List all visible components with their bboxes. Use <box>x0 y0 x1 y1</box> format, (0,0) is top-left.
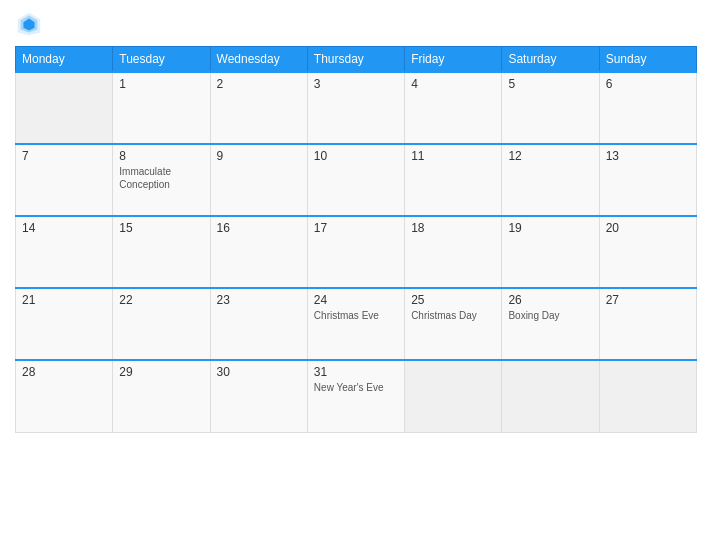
day-number: 3 <box>314 77 398 91</box>
weekday-header-row: MondayTuesdayWednesdayThursdayFridaySatu… <box>16 47 697 73</box>
calendar-cell: 3 <box>307 72 404 144</box>
calendar-cell <box>599 360 696 432</box>
calendar-cell: 25Christmas Day <box>405 288 502 360</box>
day-number: 20 <box>606 221 690 235</box>
weekday-header-saturday: Saturday <box>502 47 599 73</box>
calendar-cell: 22 <box>113 288 210 360</box>
calendar-cell: 24Christmas Eve <box>307 288 404 360</box>
weekday-header-friday: Friday <box>405 47 502 73</box>
day-number: 29 <box>119 365 203 379</box>
day-number: 16 <box>217 221 301 235</box>
calendar-cell: 9 <box>210 144 307 216</box>
week-row-3: 21222324Christmas Eve25Christmas Day26Bo… <box>16 288 697 360</box>
week-row-4: 28293031New Year's Eve <box>16 360 697 432</box>
header <box>15 10 697 38</box>
holiday-label: Christmas Eve <box>314 309 398 322</box>
day-number: 23 <box>217 293 301 307</box>
calendar-cell: 8Immaculate Conception <box>113 144 210 216</box>
day-number: 24 <box>314 293 398 307</box>
calendar-header: MondayTuesdayWednesdayThursdayFridaySatu… <box>16 47 697 73</box>
day-number: 11 <box>411 149 495 163</box>
day-number: 6 <box>606 77 690 91</box>
day-number: 17 <box>314 221 398 235</box>
day-number: 27 <box>606 293 690 307</box>
day-number: 13 <box>606 149 690 163</box>
holiday-label: New Year's Eve <box>314 381 398 394</box>
weekday-header-sunday: Sunday <box>599 47 696 73</box>
calendar-cell: 21 <box>16 288 113 360</box>
logo <box>15 10 45 38</box>
calendar-cell: 30 <box>210 360 307 432</box>
calendar-cell: 27 <box>599 288 696 360</box>
holiday-label: Boxing Day <box>508 309 592 322</box>
logo-icon <box>15 10 43 38</box>
calendar-cell: 28 <box>16 360 113 432</box>
calendar-cell: 31New Year's Eve <box>307 360 404 432</box>
calendar-cell: 1 <box>113 72 210 144</box>
week-row-0: 123456 <box>16 72 697 144</box>
calendar-cell: 29 <box>113 360 210 432</box>
day-number: 15 <box>119 221 203 235</box>
day-number: 28 <box>22 365 106 379</box>
calendar-cell: 4 <box>405 72 502 144</box>
day-number: 14 <box>22 221 106 235</box>
calendar-cell: 16 <box>210 216 307 288</box>
weekday-header-tuesday: Tuesday <box>113 47 210 73</box>
calendar-cell: 10 <box>307 144 404 216</box>
calendar-table: MondayTuesdayWednesdayThursdayFridaySatu… <box>15 46 697 433</box>
day-number: 19 <box>508 221 592 235</box>
weekday-header-monday: Monday <box>16 47 113 73</box>
day-number: 10 <box>314 149 398 163</box>
calendar-cell <box>16 72 113 144</box>
calendar-cell: 2 <box>210 72 307 144</box>
calendar-cell <box>502 360 599 432</box>
calendar-cell: 7 <box>16 144 113 216</box>
day-number: 4 <box>411 77 495 91</box>
week-row-2: 14151617181920 <box>16 216 697 288</box>
calendar-cell: 17 <box>307 216 404 288</box>
day-number: 22 <box>119 293 203 307</box>
calendar-cell: 12 <box>502 144 599 216</box>
calendar-cell: 5 <box>502 72 599 144</box>
day-number: 5 <box>508 77 592 91</box>
day-number: 21 <box>22 293 106 307</box>
calendar-body: 12345678Immaculate Conception91011121314… <box>16 72 697 432</box>
day-number: 8 <box>119 149 203 163</box>
day-number: 9 <box>217 149 301 163</box>
calendar-cell: 23 <box>210 288 307 360</box>
holiday-label: Christmas Day <box>411 309 495 322</box>
weekday-header-thursday: Thursday <box>307 47 404 73</box>
day-number: 31 <box>314 365 398 379</box>
calendar-cell: 15 <box>113 216 210 288</box>
weekday-header-wednesday: Wednesday <box>210 47 307 73</box>
calendar-cell: 19 <box>502 216 599 288</box>
day-number: 1 <box>119 77 203 91</box>
calendar-cell: 14 <box>16 216 113 288</box>
day-number: 2 <box>217 77 301 91</box>
calendar-cell: 13 <box>599 144 696 216</box>
day-number: 25 <box>411 293 495 307</box>
calendar-cell: 11 <box>405 144 502 216</box>
day-number: 26 <box>508 293 592 307</box>
day-number: 18 <box>411 221 495 235</box>
week-row-1: 78Immaculate Conception910111213 <box>16 144 697 216</box>
calendar-cell: 20 <box>599 216 696 288</box>
day-number: 30 <box>217 365 301 379</box>
calendar-container: MondayTuesdayWednesdayThursdayFridaySatu… <box>0 0 712 550</box>
day-number: 12 <box>508 149 592 163</box>
calendar-cell: 26Boxing Day <box>502 288 599 360</box>
day-number: 7 <box>22 149 106 163</box>
calendar-cell <box>405 360 502 432</box>
holiday-label: Immaculate Conception <box>119 165 203 191</box>
calendar-cell: 18 <box>405 216 502 288</box>
calendar-cell: 6 <box>599 72 696 144</box>
